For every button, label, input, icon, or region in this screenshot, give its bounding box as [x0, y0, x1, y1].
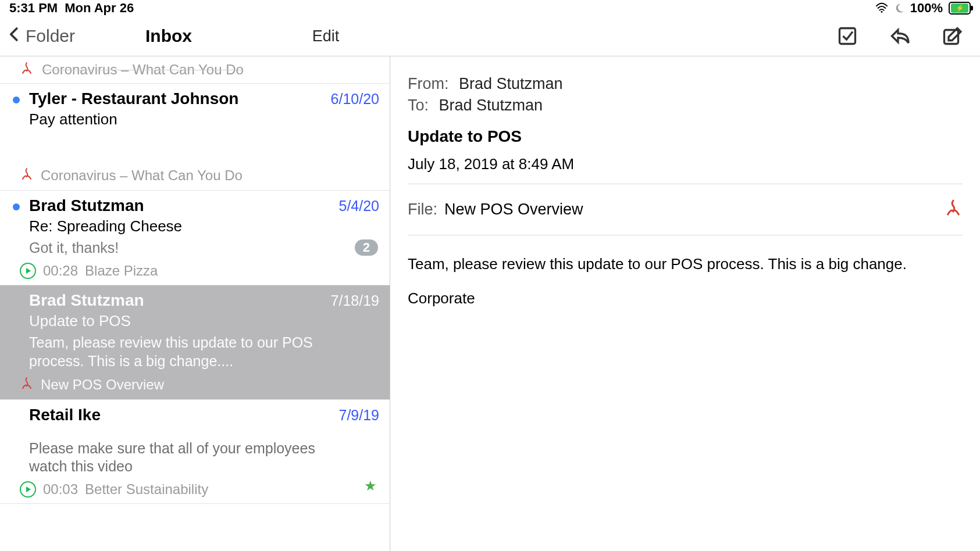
- list-item-attachment[interactable]: Coronavirus – What Can You Do: [0, 56, 390, 84]
- message-subject: [29, 427, 379, 429]
- message-subject: Re: Spreading Cheese: [29, 217, 379, 235]
- file-label: File:: [408, 201, 437, 219]
- message-body: Team, please review this update to our P…: [408, 253, 963, 310]
- back-label: Folder: [26, 26, 75, 46]
- attachment-row[interactable]: File: New POS Overview: [408, 184, 963, 235]
- detail-subject: Update to POS: [408, 127, 963, 146]
- message-date: 6/10/20: [331, 91, 379, 108]
- detail-datetime: July 18, 2019 at 8:49 AM: [408, 155, 963, 173]
- back-button[interactable]: Folder: [0, 26, 75, 46]
- page-title: Inbox: [145, 26, 192, 46]
- list-item[interactable]: Brad Stutzman 7/18/19 Update to POS Team…: [0, 285, 390, 400]
- from-label: From:: [408, 75, 449, 92]
- unread-dot-icon: [13, 203, 20, 210]
- edit-button[interactable]: Edit: [312, 27, 340, 45]
- reply-icon[interactable]: [888, 24, 911, 48]
- chevron-left-icon: [6, 26, 23, 46]
- checkbox-icon[interactable]: [836, 24, 859, 48]
- list-item[interactable]: Retail Ike 7/9/19 Please make sure that …: [0, 400, 390, 505]
- list-item-attachment[interactable]: 00:03 Better Sustainability: [20, 481, 379, 498]
- attachment-label: Coronavirus – What Can You Do: [42, 62, 244, 78]
- status-bar: 5:31 PM Mon Apr 26 100% ⚡: [0, 0, 980, 16]
- list-item-attachment[interactable]: New POS Overview: [20, 376, 379, 393]
- thread-count-badge: 2: [355, 239, 378, 256]
- svg-point-0: [881, 11, 882, 13]
- to-value[interactable]: Brad Stutzman: [439, 96, 543, 114]
- pdf-icon: [944, 198, 963, 221]
- list-item-attachment[interactable]: Coronavirus – What Can You Do: [20, 167, 379, 184]
- message-preview: Team, please review this update to our P…: [29, 334, 343, 370]
- to-label: To:: [408, 96, 429, 114]
- pdf-icon: [20, 376, 34, 393]
- play-icon: [20, 481, 36, 498]
- sender-name: Tyler - Restaurant Johnson: [29, 90, 238, 108]
- message-detail: From: Brad Stutzman To: Brad Stutzman Up…: [390, 56, 980, 551]
- pdf-icon: [20, 61, 34, 78]
- toolbar: Folder Inbox Edit: [0, 16, 980, 56]
- message-date: 7/18/19: [331, 292, 379, 309]
- list-item[interactable]: Tyler - Restaurant Johnson 6/10/20 Pay a…: [0, 84, 390, 191]
- sender-name: Retail Ike: [29, 406, 101, 424]
- attachment-label: Coronavirus – What Can You Do: [41, 167, 243, 184]
- sender-name: Brad Stutzman: [29, 196, 144, 215]
- attachment-label: Blaze Pizza: [85, 263, 158, 279]
- message-subject: Pay attention: [29, 110, 379, 128]
- list-item[interactable]: Brad Stutzman 5/4/20 Re: Spreading Chees…: [0, 191, 390, 285]
- sender-name: Brad Stutzman: [29, 291, 144, 310]
- star-icon: ★: [364, 478, 377, 494]
- message-preview: Got it, thanks!: [29, 239, 343, 257]
- attachment-duration: 00:03: [43, 481, 78, 498]
- message-date: 5/4/20: [338, 198, 379, 214]
- body-line: Corporate: [408, 287, 963, 310]
- svg-rect-1: [840, 28, 856, 44]
- play-icon: [20, 263, 36, 279]
- list-item-attachment[interactable]: 00:28 Blaze Pizza: [20, 263, 379, 279]
- from-value[interactable]: Brad Stutzman: [459, 75, 563, 92]
- pdf-icon: [20, 167, 34, 184]
- message-date: 7/9/19: [338, 407, 379, 424]
- attachment-duration: 00:28: [43, 263, 78, 279]
- body-line: Team, please review this update to our P…: [408, 253, 963, 276]
- attachment-label: Better Sustainability: [85, 481, 208, 498]
- compose-icon[interactable]: [940, 24, 964, 48]
- message-subject: Update to POS: [29, 312, 379, 330]
- battery-icon: ⚡: [949, 2, 971, 15]
- status-date: Mon Apr 26: [65, 1, 134, 16]
- wifi-icon: [875, 2, 888, 15]
- status-time: 5:31 PM: [9, 1, 58, 16]
- file-name: New POS Overview: [444, 201, 583, 219]
- unread-dot-icon: [13, 96, 20, 103]
- message-preview: Please make sure that all of your employ…: [29, 439, 343, 476]
- attachment-label: New POS Overview: [41, 377, 164, 393]
- message-list[interactable]: Coronavirus – What Can You Do Tyler - Re…: [0, 56, 390, 551]
- moon-icon: [894, 3, 904, 13]
- battery-text: 100%: [910, 1, 943, 16]
